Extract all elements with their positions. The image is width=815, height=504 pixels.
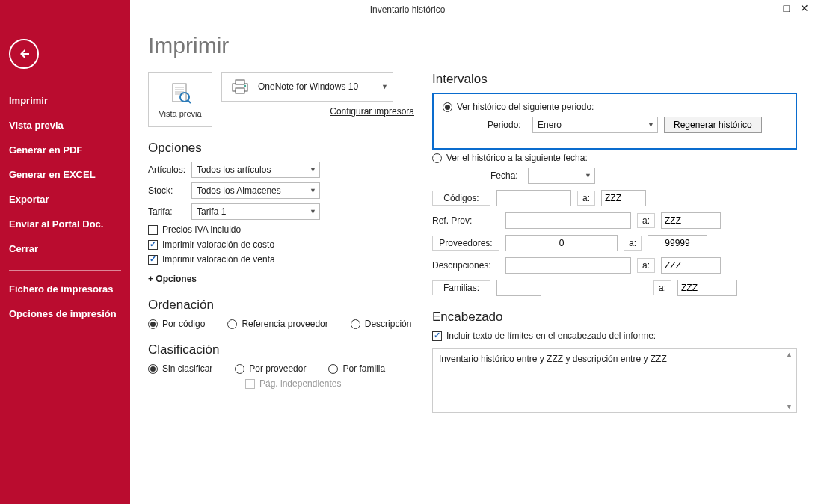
radio-order-desc[interactable]: Descripción bbox=[351, 319, 412, 329]
desc-label: Descripciones: bbox=[432, 260, 499, 271]
codigos-label[interactable]: Códigos: bbox=[432, 191, 490, 206]
printer-select-tile[interactable]: OneNote for Windows 10 ▼ bbox=[221, 72, 393, 102]
radio-order-refprov[interactable]: Referencia proveedor bbox=[227, 319, 327, 329]
sidebar: Imprimir Vista previa Generar en PDF Gen… bbox=[0, 0, 130, 504]
articulos-select[interactable]: Todos los artículos▼ bbox=[191, 162, 320, 178]
chk-costo-label: Imprimir valoración de costo bbox=[162, 239, 274, 250]
arrow-left-icon bbox=[16, 46, 31, 61]
chk-pag-indep bbox=[245, 379, 255, 389]
codigos-to-input[interactable] bbox=[601, 190, 646, 206]
regenerar-button[interactable]: Regenerar histórico bbox=[664, 117, 762, 133]
sidebar-item-vista-previa[interactable]: Vista previa bbox=[6, 113, 124, 138]
scroll-down-icon[interactable]: ▼ bbox=[784, 403, 795, 411]
a-label: a: bbox=[577, 191, 595, 206]
articulos-label: Artículos: bbox=[148, 165, 187, 175]
fecha-label: Fecha: bbox=[490, 170, 522, 181]
chevron-down-icon: ▼ bbox=[585, 172, 591, 179]
stock-select[interactable]: Todos los Almacenes▼ bbox=[191, 182, 320, 199]
a-label: a: bbox=[637, 258, 655, 273]
desc-from-input[interactable] bbox=[505, 257, 631, 274]
sidebar-item-exportar[interactable]: Exportar bbox=[6, 187, 124, 212]
printer-icon bbox=[230, 78, 250, 96]
chk-costo[interactable] bbox=[148, 240, 158, 250]
fam-to-input[interactable] bbox=[677, 280, 737, 296]
chk-header-label: Incluir texto de límites en el encabezad… bbox=[446, 331, 656, 341]
fecha-select[interactable]: ▼ bbox=[528, 168, 595, 184]
codigos-from-input[interactable] bbox=[496, 190, 571, 206]
left-column: Vista previa OneNote for Windows 10 ▼ Co bbox=[148, 72, 414, 413]
a-label: a: bbox=[637, 213, 655, 228]
sidebar-primary-links: Imprimir Vista previa Generar en PDF Gen… bbox=[0, 88, 130, 326]
tarifa-select[interactable]: Tarifa 1▼ bbox=[191, 203, 320, 220]
scroll-up-icon[interactable]: ▲ bbox=[784, 351, 795, 358]
chk-iva[interactable] bbox=[148, 225, 158, 235]
page-title: Imprimir bbox=[148, 33, 797, 58]
radio-fecha-label: Ver el histórico a la siguiente fecha: bbox=[446, 153, 588, 163]
svg-rect-10 bbox=[236, 88, 244, 93]
refprov-label: Ref. Prov: bbox=[432, 215, 499, 226]
periodo-label: Periodo: bbox=[488, 120, 526, 130]
sidebar-item-excel[interactable]: Generar en EXCEL bbox=[6, 162, 124, 187]
svg-rect-0 bbox=[22, 53, 29, 55]
chk-venta-label: Imprimir valoración de venta bbox=[162, 254, 275, 265]
preview-tile-label: Vista previa bbox=[159, 109, 201, 118]
close-icon[interactable]: ✕ bbox=[800, 3, 809, 13]
header-heading: Encabezado bbox=[432, 310, 797, 325]
chevron-down-icon: ▼ bbox=[310, 208, 316, 215]
svg-line-7 bbox=[188, 100, 191, 103]
document-preview-icon bbox=[167, 81, 194, 108]
class-heading: Clasificación bbox=[148, 342, 414, 357]
configure-printer-link[interactable]: Configurar impresora bbox=[221, 106, 414, 117]
prov-to-input[interactable] bbox=[648, 235, 707, 251]
chk-venta[interactable] bbox=[148, 255, 158, 265]
sidebar-item-pdf[interactable]: Generar en PDF bbox=[6, 138, 124, 162]
maximize-icon[interactable]: □ bbox=[784, 3, 790, 13]
options-heading: Opciones bbox=[148, 141, 414, 156]
sidebar-item-cerrar[interactable]: Cerrar bbox=[6, 236, 124, 261]
tarifa-label: Tarifa: bbox=[148, 206, 187, 217]
window-title: Inventario histórico bbox=[370, 4, 446, 15]
refprov-from-input[interactable] bbox=[505, 212, 631, 229]
prov-from-input[interactable] bbox=[505, 235, 618, 251]
radio-fecha[interactable] bbox=[432, 153, 442, 163]
chevron-down-icon: ▼ bbox=[310, 166, 316, 173]
svg-point-11 bbox=[244, 85, 246, 87]
chevron-down-icon: ▼ bbox=[310, 187, 316, 194]
a-label: a: bbox=[653, 280, 671, 295]
radio-periodo[interactable] bbox=[443, 102, 452, 112]
radio-class-fam[interactable]: Por familia bbox=[328, 363, 385, 374]
chevron-down-icon: ▼ bbox=[648, 121, 654, 129]
printer-name: OneNote for Windows 10 bbox=[258, 82, 358, 92]
periodo-select[interactable]: Enero▼ bbox=[532, 117, 658, 133]
sidebar-divider bbox=[9, 270, 121, 271]
radio-periodo-label: Ver histórico del siguiente periodo: bbox=[457, 102, 594, 112]
sidebar-item-impresoras[interactable]: Fichero de impresoras bbox=[6, 277, 124, 301]
radio-class-prov[interactable]: Por proveedor bbox=[235, 363, 306, 374]
right-column: Intervalos Ver histórico del siguiente p… bbox=[432, 72, 797, 413]
chk-iva-label: Precios IVA incluido bbox=[162, 224, 241, 235]
window-controls: □ ✕ bbox=[784, 3, 809, 13]
back-button[interactable] bbox=[9, 39, 39, 69]
chk-pag-indep-row: Pág. independientes bbox=[245, 378, 414, 389]
refprov-to-input[interactable] bbox=[661, 212, 721, 229]
preview-tile[interactable]: Vista previa bbox=[148, 72, 212, 127]
fam-from-input[interactable] bbox=[496, 280, 541, 296]
radio-order-codigo[interactable]: Por código bbox=[148, 319, 205, 329]
sidebar-item-opciones-impresion[interactable]: Opciones de impresión bbox=[6, 301, 124, 326]
intervals-heading: Intervalos bbox=[432, 72, 797, 87]
more-options-link[interactable]: + Opciones bbox=[148, 274, 197, 284]
header-textarea[interactable]: Inventario histórico entre y ZZZ y descr… bbox=[432, 348, 797, 413]
radio-class-sin[interactable]: Sin clasificar bbox=[148, 363, 212, 374]
main-panel: Imprimir Vista previa bbox=[130, 22, 815, 504]
scrollbar[interactable]: ▲▼ bbox=[784, 351, 795, 411]
sidebar-item-imprimir[interactable]: Imprimir bbox=[6, 88, 124, 113]
interval-periodo-box: Ver histórico del siguiente periodo: Per… bbox=[432, 93, 797, 150]
prov-label[interactable]: Proveedores: bbox=[432, 236, 499, 251]
chk-header-text[interactable] bbox=[432, 331, 442, 341]
stock-label: Stock: bbox=[148, 185, 187, 196]
sidebar-item-portal[interactable]: Enviar al Portal Doc. bbox=[6, 212, 124, 236]
chevron-down-icon: ▼ bbox=[381, 83, 388, 90]
svg-rect-9 bbox=[236, 80, 244, 84]
desc-to-input[interactable] bbox=[661, 257, 721, 274]
fam-label[interactable]: Familias: bbox=[432, 280, 490, 295]
